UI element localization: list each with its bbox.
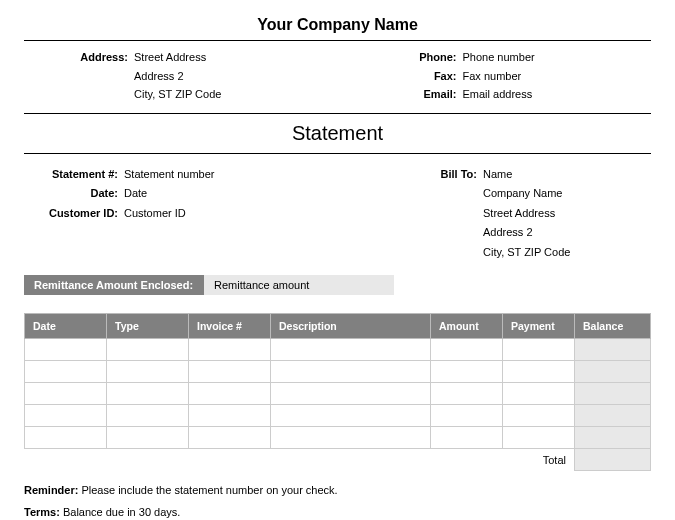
bill-to-block: Bill To: Name Company Name Street Addres…: [431, 166, 651, 264]
blank-label: [431, 185, 483, 203]
phone-value: Phone number: [463, 49, 652, 66]
remittance-value: Remittance amount: [204, 275, 394, 295]
bill-to-label: Bill To:: [431, 166, 483, 184]
reminder-label: Reminder:: [24, 484, 78, 496]
blank-label: [431, 224, 483, 242]
bill-to-name: Name: [483, 166, 651, 184]
divider-below-title: [24, 153, 651, 154]
customer-id-value: Customer ID: [124, 205, 431, 223]
bill-to-address3: City, ST ZIP Code: [483, 244, 651, 262]
blank-label: [54, 68, 134, 85]
meta-section: Statement #: Statement number Date: Date…: [24, 166, 651, 264]
table-row: [25, 427, 651, 449]
phone-label: Phone:: [383, 49, 463, 66]
blank-label: [431, 244, 483, 262]
document-title: Statement: [24, 114, 651, 153]
total-row: Total: [25, 449, 651, 471]
bill-to-address1: Street Address: [483, 205, 651, 223]
fax-label: Fax:: [383, 68, 463, 85]
th-invoice: Invoice #: [189, 314, 271, 339]
reminder-line: Reminder: Please include the statement n…: [24, 483, 651, 498]
terms-text: Balance due in 30 days.: [60, 506, 180, 518]
th-amount: Amount: [431, 314, 503, 339]
address-label: Address:: [54, 49, 134, 66]
terms-label: Terms:: [24, 506, 60, 518]
remittance-row: Remittance Amount Enclosed: Remittance a…: [24, 275, 651, 295]
table-row: [25, 405, 651, 427]
address-line2: Address 2: [134, 68, 323, 85]
table-header-row: Date Type Invoice # Description Amount P…: [25, 314, 651, 339]
statement-meta-block: Statement #: Statement number Date: Date…: [24, 166, 431, 264]
remittance-label: Remittance Amount Enclosed:: [24, 275, 204, 295]
total-label: Total: [25, 449, 575, 471]
statement-num-value: Statement number: [124, 166, 431, 184]
customer-id-label: Customer ID:: [34, 205, 124, 223]
company-info-row: Address: Street Address Address 2 City, …: [24, 41, 651, 113]
statement-table: Date Type Invoice # Description Amount P…: [24, 313, 651, 471]
company-address-block: Address: Street Address Address 2 City, …: [24, 49, 323, 105]
bill-to-company: Company Name: [483, 185, 651, 203]
blank-label: [54, 86, 134, 103]
fax-value: Fax number: [463, 68, 652, 85]
total-value: [575, 449, 651, 471]
th-payment: Payment: [503, 314, 575, 339]
table-row: [25, 361, 651, 383]
company-contact-block: Phone: Phone number Fax: Fax number Emai…: [323, 49, 652, 105]
company-name: Your Company Name: [24, 16, 651, 40]
th-type: Type: [107, 314, 189, 339]
email-value: Email address: [463, 86, 652, 103]
reminder-text: Please include the statement number on y…: [78, 484, 337, 496]
th-description: Description: [271, 314, 431, 339]
date-label: Date:: [34, 185, 124, 203]
th-date: Date: [25, 314, 107, 339]
table-row: [25, 383, 651, 405]
address-line1: Street Address: [134, 49, 323, 66]
th-balance: Balance: [575, 314, 651, 339]
blank-label: [431, 205, 483, 223]
bill-to-address2: Address 2: [483, 224, 651, 242]
statement-num-label: Statement #:: [34, 166, 124, 184]
footer: Reminder: Please include the statement n…: [24, 483, 651, 520]
address-line3: City, ST ZIP Code: [134, 86, 323, 103]
email-label: Email:: [383, 86, 463, 103]
table-row: [25, 339, 651, 361]
date-value: Date: [124, 185, 431, 203]
terms-line: Terms: Balance due in 30 days.: [24, 505, 651, 520]
